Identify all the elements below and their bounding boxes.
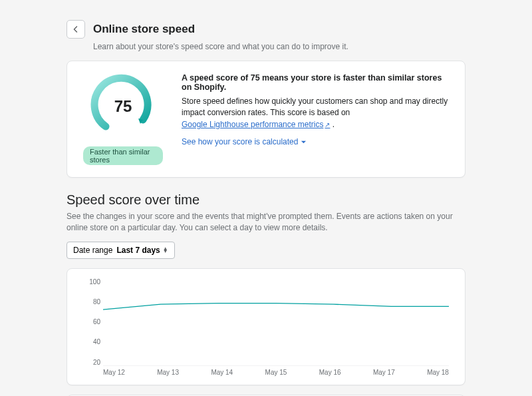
arrow-left-icon: [71, 25, 80, 34]
caret-down-icon: [301, 139, 307, 145]
back-button[interactable]: [66, 20, 85, 39]
x-tick: May 15: [265, 369, 287, 378]
score-value: 75: [90, 73, 156, 140]
date-range-label: Date range: [73, 246, 112, 255]
date-range-selector[interactable]: Date range Last 7 days ▲▼: [66, 242, 175, 259]
x-tick: May 13: [157, 369, 179, 378]
page-title: Online store speed: [93, 23, 195, 36]
lighthouse-link[interactable]: Google Lighthouse performance metrics↗: [182, 120, 330, 129]
x-tick: May 18: [427, 369, 449, 378]
y-axis: 10080604020: [83, 278, 100, 366]
y-tick: 60: [83, 318, 100, 325]
chart-card: 10080604020 May 12May 13May 14May 15May …: [66, 268, 466, 385]
score-heading: A speed score of 75 means your store is …: [182, 73, 449, 92]
speed-gauge: 75: [90, 73, 156, 140]
y-tick: 40: [83, 338, 100, 345]
x-axis: May 12May 13May 14May 15May 16May 17May …: [103, 369, 449, 378]
comparison-badge: Faster than similar stores: [83, 146, 163, 165]
y-tick: 80: [83, 298, 100, 305]
how-calculated-link[interactable]: See how your score is calculated: [182, 137, 307, 146]
y-tick: 20: [83, 359, 100, 366]
x-tick: May 14: [211, 369, 233, 378]
x-tick: May 12: [103, 369, 125, 378]
chart-plot: [103, 281, 449, 366]
page-subtitle: Learn about your store's speed score and…: [93, 42, 466, 51]
score-desc-suffix: .: [330, 120, 334, 129]
over-time-desc: See the changes in your score and the ev…: [66, 211, 466, 234]
over-time-title: Speed score over time: [66, 192, 466, 208]
x-tick: May 17: [373, 369, 395, 378]
select-icon: ▲▼: [163, 248, 168, 253]
score-description: Store speed defines how quickly your cus…: [182, 96, 449, 130]
score-card: 75 Faster than similar stores A speed sc…: [66, 61, 466, 178]
y-tick: 100: [83, 278, 100, 286]
date-range-value: Last 7 days: [116, 246, 160, 255]
x-tick: May 16: [319, 369, 341, 378]
score-desc-prefix: Store speed defines how quickly your cus…: [182, 97, 448, 117]
